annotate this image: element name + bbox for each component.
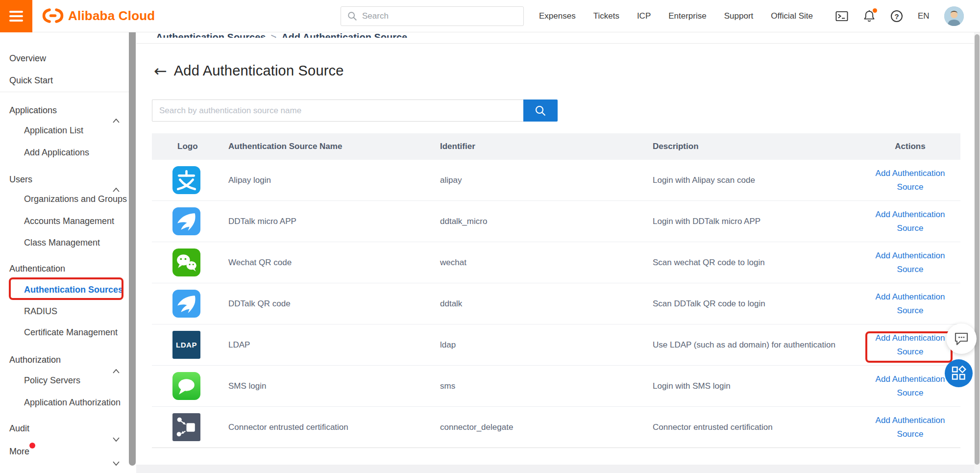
table-row: DDTalk QR code ddtalk Scan DDTalk QR cod… xyxy=(152,283,960,324)
add-authentication-source-link[interactable]: Add Authentication Source xyxy=(869,208,952,234)
auth-source-name: Alipay login xyxy=(228,175,440,185)
add-authentication-source-link[interactable]: Add Authentication Source xyxy=(869,414,952,440)
sidebar-item-radius[interactable]: RADIUS xyxy=(24,305,57,317)
table-row: Connector entrusted certification connec… xyxy=(152,407,960,448)
header-nav: Expenses Tickets ICP Enterprise Support … xyxy=(539,0,813,32)
alibaba-cloud-console: Alibaba Cloud Expenses Tickets ICP Enter… xyxy=(0,0,980,473)
more-notification-dot xyxy=(29,443,35,448)
auth-source-name: Wechat QR code xyxy=(228,258,440,268)
page-title: Add Authentication Source xyxy=(174,63,344,79)
sidebar-item-accounts-management[interactable]: Accounts Management xyxy=(24,215,114,227)
global-search-input[interactable] xyxy=(362,11,509,21)
sidebar-section-authorization[interactable]: Authorization xyxy=(9,354,61,366)
ddtalk-logo xyxy=(172,207,200,235)
console-terminal-icon[interactable] xyxy=(835,10,848,23)
menu-button[interactable] xyxy=(0,0,32,32)
auth-source-description: Login with SMS login xyxy=(653,381,860,391)
sidebar-section-more[interactable]: More xyxy=(9,446,29,457)
nav-tickets[interactable]: Tickets xyxy=(593,11,619,21)
app-grid-icon xyxy=(951,366,966,381)
main-content: Authentication Sources>Add Authenticatio… xyxy=(136,32,980,473)
sidebar-item-quick-start[interactable]: Quick Start xyxy=(9,75,53,86)
sidebar-item-policy-servers[interactable]: Policy Servers xyxy=(24,374,80,386)
sidebar-item-add-applications[interactable]: Add Applications xyxy=(24,147,89,158)
column-identifier: Identifier xyxy=(440,142,653,151)
nav-expenses[interactable]: Expenses xyxy=(539,11,576,21)
ddtalk-logo xyxy=(172,290,200,318)
add-authentication-source-link[interactable]: Add Authentication Source xyxy=(869,167,952,193)
sidebar-section-applications[interactable]: Applications xyxy=(9,104,57,116)
column-description: Description xyxy=(653,142,860,151)
help-icon[interactable]: ? xyxy=(890,10,903,23)
ldap-logo: LDAP xyxy=(172,331,200,359)
add-authentication-source-link[interactable]: Add Authentication Source xyxy=(869,373,952,399)
user-avatar[interactable] xyxy=(944,6,964,26)
auth-source-description: Login with Alipay scan code xyxy=(653,175,860,185)
back-arrow-icon[interactable]: ← xyxy=(154,63,167,79)
table-row: Wechat QR code wechat Scan wechat QR cod… xyxy=(152,242,960,283)
alibaba-cloud-brackets-icon xyxy=(42,8,64,24)
wechat-logo xyxy=(172,249,200,276)
add-authentication-source-link[interactable]: Add Authentication Source xyxy=(869,249,952,275)
auth-source-name: DDTalk micro APP xyxy=(228,217,440,226)
chevron-up-icon[interactable] xyxy=(113,188,120,192)
sidebar-item-application-list[interactable]: Application List xyxy=(24,124,83,136)
sidebar-item-authentication-sources[interactable]: Authentication Sources xyxy=(24,284,123,296)
console-apps-button[interactable] xyxy=(945,359,973,387)
auth-source-identifier: ddtalk_micro xyxy=(440,217,653,226)
chevron-up-icon[interactable] xyxy=(113,369,120,373)
table-row: Alipay login alipay Login with Alipay sc… xyxy=(152,160,960,201)
notification-badge-dot xyxy=(873,8,877,13)
breadcrumb-add-authentication-source: Add Authentication Source xyxy=(281,32,407,38)
chevron-up-icon[interactable] xyxy=(113,119,120,123)
breadcrumb[interactable]: Authentication Sources>Add Authenticatio… xyxy=(156,32,499,38)
page-scrollbar-thumb[interactable] xyxy=(975,34,980,465)
sidebar-item-overview[interactable]: Overview xyxy=(9,52,46,64)
auth-source-description: Scan wechat QR code to login xyxy=(653,258,860,268)
sidebar-section-authentication[interactable]: Authentication xyxy=(9,263,65,274)
feedback-chat-button[interactable] xyxy=(946,324,977,354)
global-search-box[interactable] xyxy=(341,6,524,26)
auth-source-identifier: ldap xyxy=(440,340,653,350)
chat-bubble-icon xyxy=(954,331,969,346)
auth-source-name: SMS login xyxy=(228,381,440,391)
nav-support[interactable]: Support xyxy=(724,11,754,21)
nav-enterprise[interactable]: Enterprise xyxy=(668,11,706,21)
auth-source-identifier: ddtalk xyxy=(440,299,653,309)
column-logo: Logo xyxy=(177,142,228,151)
sidebar-item-class-management[interactable]: Class Management xyxy=(24,237,100,249)
auth-source-identifier: wechat xyxy=(440,258,653,268)
notifications-bell-icon[interactable] xyxy=(863,10,876,23)
auth-source-identifier: alipay xyxy=(440,175,653,185)
table-row: DDTalk micro APP ddtalk_micro Login with… xyxy=(152,201,960,242)
auth-source-description: Use LDAP (such as ad domain) for authent… xyxy=(653,340,860,350)
auth-source-identifier: sms xyxy=(440,381,653,391)
sidebar-item-certificate-management[interactable]: Certificate Management xyxy=(24,326,118,338)
sidebar-item-application-authorization[interactable]: Application Authorization xyxy=(24,397,121,408)
sidebar-section-audit[interactable]: Audit xyxy=(9,423,29,434)
breadcrumb-authentication-sources[interactable]: Authentication Sources xyxy=(156,32,266,38)
auth-source-name: LDAP xyxy=(228,340,440,350)
table-header-row: Logo Authentication Source Name Identifi… xyxy=(152,133,960,160)
sidebar-divider xyxy=(0,92,130,92)
nav-official-site[interactable]: Official Site xyxy=(771,11,813,21)
page-scrollbar[interactable] xyxy=(974,32,980,473)
language-selector[interactable]: EN xyxy=(918,11,930,21)
column-name: Authentication Source Name xyxy=(228,142,440,151)
alibaba-cloud-logo[interactable]: Alibaba Cloud xyxy=(42,8,155,24)
bottom-band xyxy=(136,465,980,473)
table-row: LDAP LDAP ldap Use LDAP (such as ad doma… xyxy=(152,324,960,366)
sidebar-section-users[interactable]: Users xyxy=(9,174,32,185)
breadcrumb-separator: > xyxy=(266,32,281,38)
add-authentication-source-link[interactable]: Add Authentication Source xyxy=(869,290,952,317)
chevron-down-icon[interactable] xyxy=(113,461,120,466)
sidebar-item-organizations-groups[interactable]: Organizations and Groups xyxy=(24,193,127,205)
auth-source-name: Connector entrusted certification xyxy=(228,423,440,432)
sidebar-scrollbar[interactable] xyxy=(129,28,136,466)
auth-source-search-input[interactable] xyxy=(152,100,523,122)
sidebar: Overview Quick Start Applications Applic… xyxy=(0,32,130,473)
chevron-down-icon[interactable] xyxy=(113,437,120,442)
search-button[interactable] xyxy=(523,100,558,122)
add-authentication-source-link[interactable]: Add Authentication Source xyxy=(869,331,952,358)
nav-icp[interactable]: ICP xyxy=(637,11,651,21)
